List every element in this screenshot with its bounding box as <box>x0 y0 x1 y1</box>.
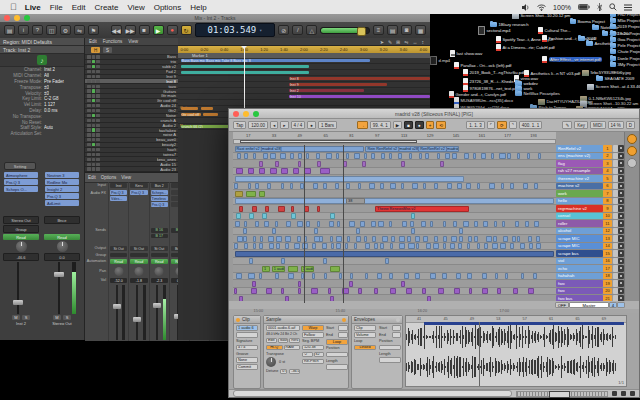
arrangement-clip[interactable] <box>423 236 429 242</box>
solo-button[interactable]: S <box>63 315 71 320</box>
automation-mode-button[interactable]: Read <box>44 234 80 240</box>
options-menu[interactable]: Options <box>101 175 117 180</box>
arrangement-clip[interactable] <box>362 161 366 167</box>
arrangement-clip[interactable] <box>453 221 457 227</box>
seg-bpm-value[interactable]: 120.38 <box>302 345 324 351</box>
browser-icon[interactable]: ▦ <box>415 25 426 35</box>
arrangement-clip[interactable]: Theew RenewsMss v2 <box>375 206 469 212</box>
solo-button[interactable] <box>92 114 96 117</box>
arrangement-clip[interactable] <box>270 153 276 159</box>
mute-button[interactable] <box>87 85 91 88</box>
arrangement-clip[interactable] <box>433 243 438 249</box>
arrangement-clip[interactable] <box>484 243 488 249</box>
region-clip[interactable] <box>203 113 218 117</box>
list-editors-icon[interactable]: ≡ <box>373 25 384 35</box>
arrangement-clip[interactable] <box>528 236 532 242</box>
pencil-tool-icon[interactable]: ✎ <box>388 39 392 45</box>
arrangement-track-lane[interactable]: 11 audio 61 audio 8 <box>233 265 556 273</box>
solo-button[interactable] <box>92 163 96 166</box>
punch-out-button[interactable]: ⌝ <box>509 121 517 129</box>
arrange-time-ruler[interactable]: 0:000:200:401:001:201:402:002:202:403:00… <box>178 46 430 53</box>
arrangement-clip[interactable] <box>260 236 263 242</box>
arrangement-track-lane[interactable] <box>233 280 556 288</box>
arrangement-clip[interactable] <box>473 153 476 159</box>
edit-menu[interactable]: Edit <box>89 39 97 44</box>
arrangement-clip[interactable] <box>521 273 524 279</box>
track-stop-box[interactable] <box>613 258 618 265</box>
scroll-handle[interactable] <box>627 158 637 168</box>
volume-value[interactable]: 0.0 <box>44 253 80 261</box>
fader-handle[interactable] <box>133 317 141 322</box>
arrangement-clip[interactable] <box>288 273 294 279</box>
menu-item-create[interactable]: Create <box>94 3 118 12</box>
desktop-file[interactable]: 19-20 Project <box>610 31 640 36</box>
arrangement-clip[interactable] <box>347 236 350 242</box>
mixer-channel-strip[interactable]: Bus 2Scheps...TimelessPro-Q 3B 16B 17St … <box>149 182 169 341</box>
envelope-device-menu[interactable]: Clip <box>354 325 376 331</box>
group-slot[interactable] <box>110 253 127 257</box>
track-stop-box[interactable] <box>613 235 618 242</box>
mute-button[interactable] <box>87 163 91 166</box>
arrangement-clip[interactable] <box>507 153 511 159</box>
arrangement-clip[interactable] <box>298 161 302 167</box>
arrangement-clip[interactable] <box>415 236 420 242</box>
region-clip[interactable]: Gtr cool riff <box>181 113 201 117</box>
desktop-file[interactable]: SEAGATE 2009 <box>596 76 634 81</box>
arrangement-clip[interactable] <box>330 236 333 242</box>
arrangement-clip[interactable] <box>528 288 534 294</box>
stop-button[interactable]: ■ <box>139 25 150 35</box>
arrangement-clip[interactable] <box>235 251 555 257</box>
solo-button[interactable] <box>92 128 96 131</box>
battery-icon[interactable] <box>578 4 590 10</box>
arrangement-clip[interactable] <box>236 213 241 219</box>
plugin-slot[interactable]: Pro-Q 3 <box>4 179 38 185</box>
arrangement-clip[interactable] <box>533 273 537 279</box>
master-preview-box[interactable]: 4 <box>609 302 617 308</box>
group-slot[interactable] <box>130 253 147 257</box>
arrangement-clip[interactable] <box>493 236 497 242</box>
input-monitor-button[interactable] <box>96 104 100 107</box>
live-track-header[interactable]: theremachine v25 <box>556 175 627 183</box>
arrangement-clip[interactable] <box>415 273 420 279</box>
zoom-in-button[interactable] <box>627 134 637 144</box>
solo-button[interactable] <box>92 70 96 73</box>
groove-field[interactable]: None <box>236 357 258 363</box>
length-value[interactable] <box>326 364 348 370</box>
plugin-slot[interactable]: Pro-Q 3 <box>45 193 79 199</box>
arrangement-clip[interactable] <box>297 236 301 242</box>
arrangement-clip[interactable] <box>374 243 379 249</box>
arrangement-clip[interactable] <box>399 236 404 242</box>
arrangement-track-lane[interactable] <box>233 160 556 168</box>
arrangement-clip[interactable] <box>349 281 353 287</box>
reverse-button[interactable]: Rev. <box>289 338 300 344</box>
track-activator-number[interactable]: 14 <box>603 243 612 250</box>
input-monitor-button[interactable] <box>96 94 100 97</box>
track-stop-box[interactable] <box>613 213 618 220</box>
arrangement-clip[interactable] <box>443 243 446 249</box>
mute-button[interactable] <box>87 65 91 68</box>
arrangement-clip[interactable]: 38 <box>346 198 365 204</box>
input-monitor-button[interactable] <box>96 80 100 83</box>
note-pads-icon[interactable]: ▤ <box>387 25 398 35</box>
punch-in-button[interactable]: ⌜ <box>487 121 495 129</box>
input-monitor-button[interactable] <box>96 75 100 78</box>
arrangement-clip[interactable] <box>411 213 416 219</box>
input-monitor-button[interactable] <box>96 153 100 156</box>
arrangement-clip[interactable] <box>520 243 526 249</box>
pan-knob[interactable] <box>57 241 68 252</box>
live-track-header[interactable]: flag3 <box>556 160 627 168</box>
arrangement-clip[interactable] <box>286 221 291 227</box>
arrangement-clip[interactable] <box>525 221 529 227</box>
library-icon[interactable]: ▤ <box>4 25 15 35</box>
arrangement-clip[interactable] <box>468 236 472 242</box>
send-slot[interactable]: B 17 <box>151 234 168 239</box>
solo-button[interactable] <box>92 143 96 146</box>
solo-button[interactable] <box>92 99 96 102</box>
arrangement-clip[interactable] <box>534 221 539 227</box>
live-track-header[interactable]: echo17 <box>556 265 627 273</box>
live-track-header[interactable]: machine v26 <box>556 183 627 191</box>
arrangement-track-lane[interactable] <box>233 220 556 228</box>
input-monitor-button[interactable] <box>96 143 100 146</box>
desktop-file[interactable]: Pele Project <box>610 43 640 48</box>
arrangement-clip[interactable] <box>276 236 281 242</box>
